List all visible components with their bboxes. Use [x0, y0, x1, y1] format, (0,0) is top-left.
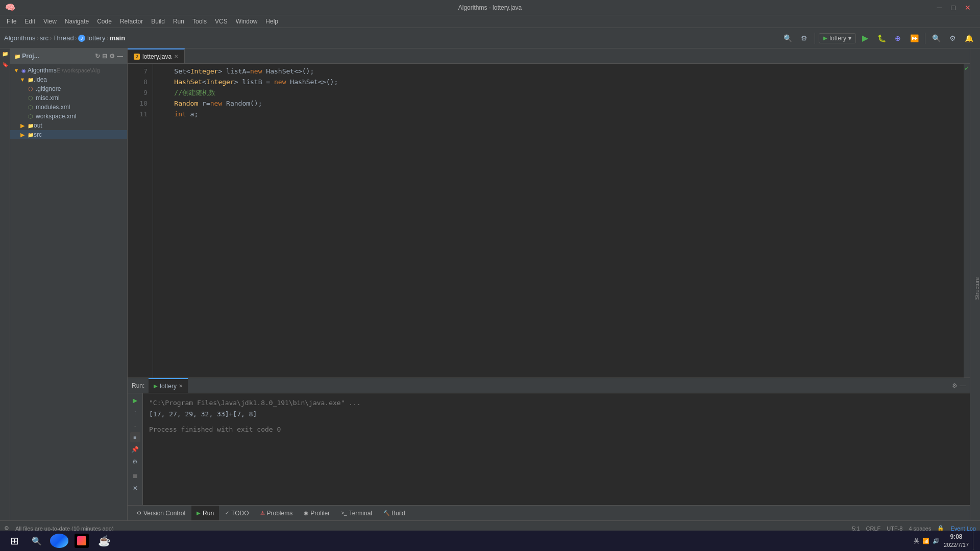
structure-icon[interactable] [1, 72, 9, 81]
taskbar-edge-button[interactable] [49, 532, 69, 550]
project-close-button[interactable]: — [117, 53, 123, 60]
taskbar-intellij-button[interactable] [71, 532, 92, 550]
run-tab-close-button[interactable]: ✕ [179, 383, 183, 389]
run-panel-settings-icon[interactable]: ⚙ [952, 382, 958, 389]
run-panel-collapse-icon[interactable]: — [960, 382, 966, 389]
run-scroll-down-button[interactable]: ↓ [130, 420, 140, 430]
maximize-button[interactable]: □ [947, 4, 960, 11]
menu-help[interactable]: Help [261, 15, 282, 28]
breadcrumb-file[interactable]: lottery [87, 34, 105, 42]
search-button[interactable]: 🔍 [780, 31, 795, 45]
menu-run[interactable]: Run [169, 15, 188, 28]
tree-item-algorithms[interactable]: ▼ ◉ Algorithms E:\workspace\Alg [10, 66, 127, 75]
editor-tab-lottery-close[interactable]: ✕ [174, 54, 178, 59]
run-result-line: [17, 27, 29, 32, 33]+[7, 8] [149, 409, 964, 420]
run-scroll-up-button[interactable]: ↑ [130, 408, 140, 418]
run-config-dropdown[interactable]: ▶ lottery ▾ [819, 33, 856, 43]
start-button[interactable]: ⊞ [4, 532, 24, 550]
taskbar-java-button[interactable]: ☕ [94, 532, 114, 550]
debug-button[interactable]: 🐛 [874, 31, 889, 45]
problems-icon: ⚠ [260, 510, 265, 516]
bookmarks-icon[interactable]: 🔖 [1, 62, 9, 70]
project-icon[interactable]: 📁 [1, 51, 9, 59]
menu-navigate[interactable]: Navigate [61, 15, 93, 28]
tab-run[interactable]: ▶ Run [191, 506, 219, 520]
taskbar-search-button[interactable]: 🔍 [27, 532, 47, 550]
tree-item-src[interactable]: ▶ 📁 src [10, 130, 127, 139]
show-desktop-button[interactable] [973, 532, 976, 550]
tab-problems[interactable]: ⚠ Problems [255, 506, 298, 520]
editor-tab-lottery-label: lottery.java [142, 53, 172, 60]
toolbar-sep2 [925, 33, 925, 44]
tab-terminal-label: Terminal [349, 510, 372, 517]
java-icon: ☕ [98, 535, 111, 547]
run-pin-button[interactable]: 📌 [130, 444, 140, 455]
tree-item-idea[interactable]: ▼ 📁 .idea [10, 75, 127, 84]
run-close-button[interactable]: ✕ [130, 483, 140, 493]
run-filter-button[interactable]: ≡ [130, 432, 140, 442]
tree-item-misc-xml[interactable]: ⬡ misc.xml [10, 93, 127, 103]
run-stop-button[interactable]: ⏹ [130, 471, 140, 481]
network-icon: 📶 [922, 538, 929, 544]
structure-panel[interactable]: Structure [970, 48, 980, 520]
code-editor[interactable]: Set<Integer> listA=new HashSet<>(); Hash… [153, 64, 964, 378]
run-button[interactable]: ▶ [858, 31, 872, 45]
run-rerun-button[interactable]: ▶ [130, 395, 140, 406]
project-collapse-button[interactable]: ⊟ [102, 53, 107, 60]
menu-vcs[interactable]: VCS [211, 15, 232, 28]
run-tab-lottery[interactable]: ▶ lottery ✕ [149, 378, 188, 393]
menu-tools[interactable]: Tools [188, 15, 211, 28]
run-label: Run: [132, 382, 144, 389]
tab-todo[interactable]: ✓ TODO [220, 506, 254, 520]
tree-item-modules-xml[interactable]: ⬡ modules.xml [10, 103, 127, 112]
minimize-button[interactable]: ─ [933, 4, 946, 11]
search-everywhere-button[interactable]: 🔍 [929, 31, 943, 45]
intellij-inner-icon [77, 536, 86, 545]
title-bar: 🧠 Algorithms - lottery.java ─ □ ✕ [0, 0, 980, 15]
tab-profiler[interactable]: ◉ Profiler [299, 506, 335, 520]
line-num-11: 11 [128, 109, 148, 119]
algorithms-path: E:\workspace\Alg [57, 67, 100, 73]
close-button[interactable]: ✕ [961, 4, 975, 11]
line-numbers: 7 8 9 10 11 [128, 64, 153, 378]
gutter-check-icon: ✓ [964, 65, 969, 72]
out-expand-icon: ▶ [18, 121, 27, 130]
project-settings-button[interactable]: ⚙ [109, 53, 115, 60]
intellij-icon [75, 534, 89, 548]
menu-build[interactable]: Build [147, 15, 169, 28]
project-refresh-button[interactable]: ↻ [95, 53, 100, 60]
algorithms-module-icon: ◉ [21, 68, 26, 73]
line-num-7: 7 [128, 66, 148, 77]
profile-button[interactable]: ⏩ [907, 31, 921, 45]
code-line-7: Set<Integer> listA=new HashSet<>(); [158, 66, 959, 77]
tree-item-out[interactable]: ▶ 📁 out [10, 121, 127, 130]
menu-file[interactable]: File [3, 15, 20, 28]
tree-item-gitignore[interactable]: ⬡ .gitignore [10, 84, 127, 93]
menu-view[interactable]: View [39, 15, 61, 28]
menu-edit[interactable]: Edit [20, 15, 39, 28]
breadcrumb-project[interactable]: Algorithms [4, 34, 35, 42]
notifications-button[interactable]: 🔔 [962, 31, 976, 45]
tree-item-workspace-xml[interactable]: ⬡ workspace.xml [10, 112, 127, 121]
breadcrumb: Algorithms › src › Thread › J lottery › … [4, 34, 125, 42]
menu-window[interactable]: Window [232, 15, 262, 28]
breadcrumb-thread[interactable]: Thread [53, 34, 74, 42]
editor-tab-lottery[interactable]: J lottery.java ✕ [128, 48, 185, 63]
run-config-name: lottery [829, 35, 846, 42]
run-config-chevron-icon: ▾ [848, 35, 851, 42]
tab-build[interactable]: 🔨 Build [378, 506, 410, 520]
breadcrumb-method[interactable]: main [110, 34, 125, 42]
menu-code[interactable]: Code [93, 15, 116, 28]
menu-refactor[interactable]: Refactor [116, 15, 147, 28]
idea-expand-icon: ▼ [18, 76, 27, 84]
tab-terminal[interactable]: >_ Terminal [336, 506, 377, 520]
settings2-button[interactable]: ⚙ [945, 31, 960, 45]
taskbar-clock[interactable]: 9:08 2022/7/17 [944, 533, 969, 549]
run-settings-button[interactable]: ⚙ [130, 457, 140, 467]
title-bar-left: 🧠 [5, 3, 15, 12]
tab-version-control[interactable]: ⚙ Version Control [132, 506, 190, 520]
run-with-coverage-button[interactable]: ⊕ [891, 31, 905, 45]
settings-button[interactable]: ⚙ [797, 31, 811, 45]
run-tab-label: lottery [160, 383, 177, 390]
breadcrumb-src[interactable]: src [40, 34, 48, 42]
